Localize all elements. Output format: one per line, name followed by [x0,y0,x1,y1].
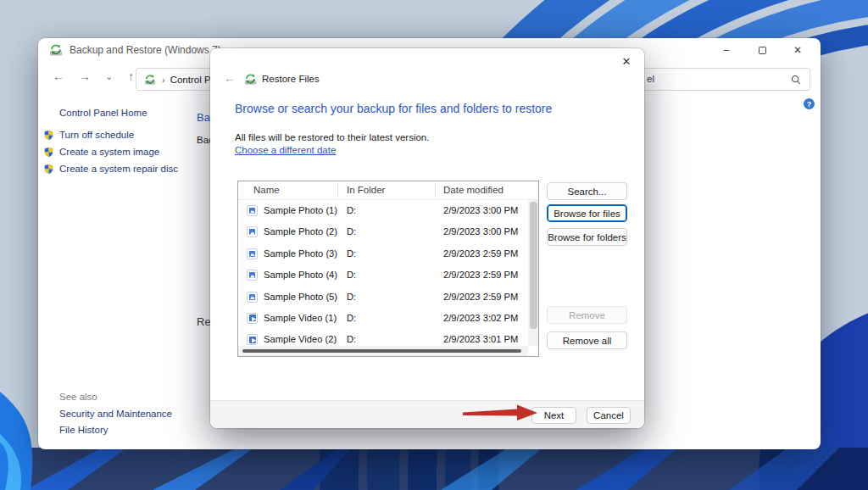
sidebar-item-security-and-maintenance[interactable]: Security and Maintenance [59,409,172,419]
uac-shield-icon [43,130,54,141]
vertical-scrollbar-thumb[interactable] [530,202,537,329]
breadcrumb-app-icon [144,74,156,86]
search-text: el [647,74,654,84]
column-header-date-modified[interactable]: Date modified [443,185,504,195]
search-button[interactable]: Search... [547,182,627,200]
file-name: Sample Photo (1) [264,205,337,215]
uac-shield-icon [43,164,54,175]
file-type-icon [247,205,258,216]
search-icon[interactable] [790,74,802,86]
file-folder: D: [347,226,356,237]
sidebar-task-list: Turn off schedule Create a system image [43,126,238,177]
dialog-title: Restore Files [262,74,320,84]
dialog-footer: Next Cancel [210,400,644,428]
horizontal-scrollbar-thumb[interactable] [242,349,521,353]
vertical-scrollbar[interactable] [528,200,538,346]
restore-files-dialog: ✕ ← Restore Files Browse or search your … [210,48,644,428]
file-type-icon [247,334,258,345]
file-date-modified: 2/9/2023 2:59 PM [443,292,518,302]
dialog-close-icon: ✕ [622,55,632,68]
file-folder: D: [347,292,356,302]
cancel-button[interactable]: Cancel [587,407,631,424]
dialog-heading: Browse or search your backup for files a… [235,102,625,115]
file-date-modified: 2/9/2023 3:01 PM [443,334,518,344]
dialog-close-button[interactable]: ✕ [614,51,639,71]
file-date-modified: 2/9/2023 3:00 PM [443,226,518,237]
column-divider[interactable] [435,184,436,198]
dialog-note: All files will be restored to their late… [235,132,429,142]
sidebar-task-link[interactable]: Create a system image [43,143,238,160]
file-name: Sample Photo (2) [264,226,337,237]
help-icon[interactable]: ? [804,98,815,109]
nav-forward-icon[interactable]: → [79,70,91,83]
file-date-modified: 2/9/2023 2:59 PM [443,248,518,259]
remove-all-button[interactable]: Remove all [547,331,627,349]
minimize-icon: – [724,44,730,56]
red-arrow-annotation [458,402,542,424]
horizontal-scrollbar[interactable] [238,346,528,356]
breadcrumb-chevron-icon: › [162,75,165,85]
table-row[interactable]: Sample Photo (2) D: 2/9/2023 3:00 PM [238,221,528,242]
file-date-modified: 2/9/2023 3:02 PM [443,313,518,323]
file-name: Sample Photo (3) [264,248,337,259]
file-name: Sample Photo (4) [264,270,337,280]
file-folder: D: [347,205,356,215]
sidebar-task-link[interactable]: Create a system repair disc [43,160,238,177]
file-date-modified: 2/9/2023 2:59 PM [443,270,518,280]
file-folder: D: [347,270,356,280]
file-folder: D: [347,313,356,323]
file-date-modified: 2/9/2023 3:00 PM [443,205,518,215]
column-header-in-folder[interactable]: In Folder [347,185,385,195]
file-type-icon [247,292,258,303]
remove-button: Remove [547,306,627,324]
file-type-icon [247,313,258,324]
file-folder: D: [347,334,356,344]
table-row[interactable]: Sample Photo (1) D: 2/9/2023 3:00 PM [238,200,528,221]
choose-different-date-link[interactable]: Choose a different date [235,145,336,155]
file-list-header[interactable]: Name In Folder Date modified [238,181,538,200]
table-row[interactable]: Sample Photo (3) D: 2/9/2023 2:59 PM [238,243,528,264]
nav-back-icon[interactable]: ← [53,70,64,83]
table-row[interactable]: Sample Video (2) D: 2/9/2023 3:01 PM [238,329,528,346]
maximize-button[interactable] [744,38,780,62]
see-also-label: See also [59,392,97,402]
file-type-icon [247,248,258,259]
maximize-icon [759,47,766,54]
column-header-name[interactable]: Name [253,185,280,195]
browse-for-folders-button[interactable]: Browse for folders [547,228,627,246]
recent-pages-chevron-icon[interactable]: ⌄ [105,71,113,82]
close-button[interactable]: ✕ [780,38,815,62]
backup-app-icon [49,43,63,57]
file-name: Sample Video (2) [264,334,337,344]
restore-files-icon [244,73,257,86]
search-input[interactable]: el [632,68,810,91]
table-row[interactable]: Sample Photo (4) D: 2/9/2023 2:59 PM [238,264,528,286]
file-name: Sample Video (1) [264,313,337,323]
file-name: Sample Photo (5) [264,292,337,302]
desktop: Backup and Restore (Windows 7) – ✕ ← → ⌄… [0,0,868,490]
column-divider[interactable] [337,184,338,198]
file-list: Name In Folder Date modified Sample Phot… [237,181,539,357]
close-icon: ✕ [793,44,802,56]
window-title: Backup and Restore (Windows 7) [70,44,221,56]
table-row[interactable]: Sample Video (1) D: 2/9/2023 3:02 PM [238,308,528,329]
minimize-button[interactable]: – [709,38,744,62]
browse-for-files-button[interactable]: Browse for files [547,204,627,222]
file-folder: D: [347,248,356,259]
uac-shield-icon [43,147,54,158]
sidebar-item-control-panel-home[interactable]: Control Panel Home [59,108,147,118]
nav-up-icon[interactable]: ↑ [128,70,134,83]
dialog-back-icon[interactable]: ← [224,71,236,85]
file-type-icon [247,226,258,237]
table-row[interactable]: Sample Photo (5) D: 2/9/2023 2:59 PM [238,287,528,308]
sidebar-item-file-history[interactable]: File History [59,425,108,435]
file-type-icon [247,270,258,281]
file-rows: Sample Photo (1) D: 2/9/2023 3:00 PM Sam… [238,200,528,346]
